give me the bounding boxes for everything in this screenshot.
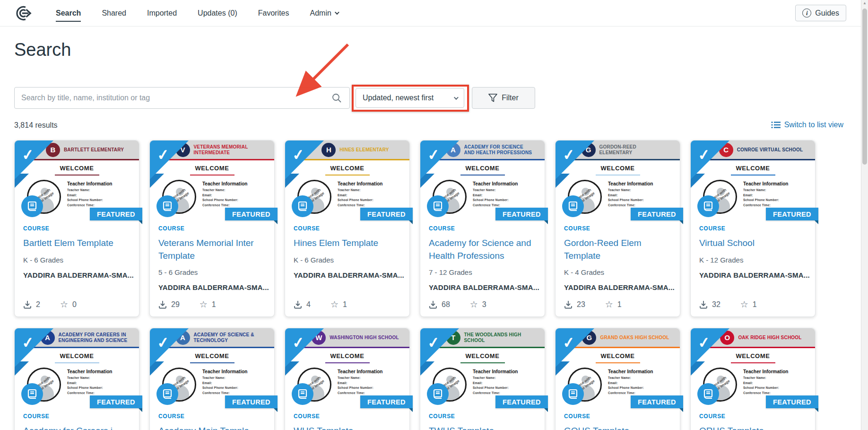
course-title-link[interactable]: Veterans Memorial Inter Template (158, 237, 266, 262)
download-icon (23, 300, 32, 309)
course-title-link[interactable]: Hines Elem Template (294, 237, 401, 250)
author-name: YADDIRA BALDERRAMA-SMA... (158, 283, 266, 291)
teacher-info-line: School Phone Number: (743, 198, 788, 202)
course-title-link[interactable]: Bartlett Elem Template (23, 237, 130, 250)
guides-button[interactable]: i Guides (795, 5, 846, 21)
course-card[interactable]: ✓ H HINES ELEMENTARY WELCOME place withy… (285, 140, 410, 317)
school-name: HINES ELEMENTARY (339, 147, 389, 153)
star-outline-icon: ☆ (200, 300, 208, 309)
author-name: YADDIRA BALDERRAMA-SMA... (564, 283, 671, 291)
nav-item-imported[interactable]: Imported (147, 0, 177, 26)
author-name: YADDIRA BALDERRAMA-SMA... (429, 283, 536, 291)
teacher-info-lines: Teacher Name:Email:School Phone Number:C… (743, 188, 788, 207)
sort-dropdown[interactable]: Updated, newest first (356, 88, 464, 108)
scrollbar-thumb[interactable] (862, 9, 867, 165)
teacher-info-lines: Teacher Name:Email:School Phone Number:C… (473, 376, 518, 395)
nav-item-admin[interactable]: Admin (310, 0, 338, 26)
nav-item-updates[interactable]: Updates (0) (198, 0, 237, 26)
filter-button[interactable]: Filter (472, 87, 535, 109)
commons-logo-icon[interactable] (14, 4, 33, 23)
course-title-link[interactable]: Academy for Careers i... (23, 425, 130, 430)
favorites-count: 3 (482, 300, 486, 309)
downloads-count: 32 (712, 300, 720, 309)
course-card[interactable]: ✓ A ACADEMY FOR CAREERS IN ENGINEERING A… (14, 328, 139, 430)
teacher-info-line: Email: (473, 381, 518, 385)
course-title-link[interactable]: GOHS Template (564, 425, 671, 430)
nav-item-search[interactable]: Search (56, 0, 81, 26)
nav-item-label: Favorites (258, 9, 289, 18)
checkmark-icon: ✓ (697, 333, 711, 352)
resource-type-label: COURSE (158, 225, 266, 232)
teacher-info-line: Conference Time: (338, 391, 382, 395)
book-icon (703, 389, 714, 399)
scroll-up-arrow-icon[interactable]: ▲ (861, 1, 868, 5)
vertical-scrollbar[interactable]: ▲ (861, 0, 868, 430)
school-name: ACADEMY OF SCIENCE & TECHNOLOGY (194, 332, 265, 343)
resource-type-label: COURSE (294, 413, 401, 420)
teacher-info-title: Teacher Information (202, 369, 247, 374)
downloads-count: 4 (306, 300, 311, 309)
grades-range: K - 12 Grades (699, 256, 807, 264)
course-title-link[interactable]: WHS Template (294, 425, 401, 430)
welcome-underline (596, 362, 640, 363)
teacher-info-line: Email: (743, 381, 788, 385)
teacher-info-line: Teacher Name: (743, 376, 788, 379)
star-outline-icon: ☆ (740, 300, 748, 309)
course-title-link[interactable]: Virtual School (699, 237, 807, 250)
course-type-icon (292, 383, 313, 405)
resource-type-label: COURSE (429, 413, 536, 420)
switch-to-list-view-link[interactable]: Switch to list view (771, 121, 843, 129)
course-card[interactable]: ✓ C CONROE VIRTUAL SCHOOL WELCOME place … (690, 140, 816, 317)
teacher-info-line: School Phone Number: (608, 198, 653, 202)
card-body: COURSE Veterans Memorial Inter Template … (150, 218, 274, 316)
favorites-stat: ☆ 0 (60, 300, 77, 309)
search-icon[interactable] (332, 93, 341, 105)
course-card[interactable]: ✓ V VETERANS MEMORIAL INTERMEDIATE WELCO… (149, 140, 275, 317)
course-title-link[interactable]: Academy Main Templa... (158, 425, 266, 430)
teacher-info-line: School Phone Number: (743, 386, 788, 389)
nav-item-label: Admin (310, 9, 331, 18)
card-stats: 4 ☆ 1 (294, 300, 401, 309)
teacher-info-lines: Teacher Name:Email:School Phone Number:C… (67, 188, 112, 207)
school-name: VETERANS MEMORIAL INTERMEDIATE (194, 144, 265, 156)
featured-badge: FEATURED (631, 208, 683, 220)
downloads-count: 29 (171, 300, 180, 309)
resource-type-label: COURSE (23, 413, 130, 420)
featured-badge: FEATURED (766, 395, 818, 408)
teacher-info-line: Email: (338, 193, 382, 197)
chevron-down-icon (335, 10, 339, 15)
course-card[interactable]: ✓ A ACADEMY OF SCIENCE & TECHNOLOGY WELC… (149, 328, 275, 430)
teacher-info-line: Conference Time: (743, 391, 788, 395)
teacher-info-line: Email: (608, 193, 653, 197)
course-title-link[interactable]: Gordon-Reed Elem Template (564, 237, 671, 262)
nav-item-shared[interactable]: Shared (102, 0, 126, 26)
search-input[interactable] (14, 87, 350, 109)
teacher-info-lines: Teacher Name:Email:School Phone Number:C… (67, 376, 112, 395)
course-card[interactable]: ✓ W WASHINGTON HIGH SCHOOL WELCOME place… (285, 328, 410, 430)
teacher-info-line: Conference Time: (473, 391, 518, 395)
course-card[interactable]: ✓ O OAK RIDGE HIGH SCHOOL WELCOME place … (690, 328, 816, 430)
course-type-icon (156, 383, 178, 405)
course-card[interactable]: ✓ G GORDON-REED ELEMENTARY WELCOME place… (555, 140, 680, 317)
nav-item-favorites[interactable]: Favorites (258, 0, 289, 26)
page-title: Search (14, 40, 71, 60)
course-card[interactable]: ✓ B BARTLETT ELEMENTARY WELCOME place wi… (14, 140, 139, 317)
welcome-underline (190, 175, 234, 176)
teacher-info-line: Teacher Name: (743, 188, 788, 192)
course-title-link[interactable]: Academy for Science and Health Professio… (429, 237, 536, 262)
featured-badge: FEATURED (225, 395, 278, 408)
welcome-underline (190, 362, 234, 363)
checkmark-icon: ✓ (21, 333, 35, 352)
teacher-info-line: Email: (608, 381, 653, 385)
course-card[interactable]: ✓ G GRAND OAKS HIGH SCHOOL WELCOME place… (555, 328, 680, 430)
course-card[interactable]: ✓ A ACADEMY FOR SCIENCE AND HEALTH PROFE… (420, 140, 545, 317)
course-card[interactable]: ✓ T THE WOODLANDS HIGH SCHOOL WELCOME pl… (420, 328, 545, 430)
course-title-link[interactable]: ORHS Template (699, 425, 807, 430)
course-title-link[interactable]: TWHS Template (429, 425, 536, 430)
checkmark-icon: ✓ (426, 333, 441, 352)
teacher-info-line: Email: (202, 381, 247, 385)
checkmark-icon: ✓ (426, 146, 441, 165)
guides-label: Guides (815, 9, 839, 18)
checkmark-icon: ✓ (21, 146, 35, 165)
teacher-info-title: Teacher Information (338, 181, 382, 186)
